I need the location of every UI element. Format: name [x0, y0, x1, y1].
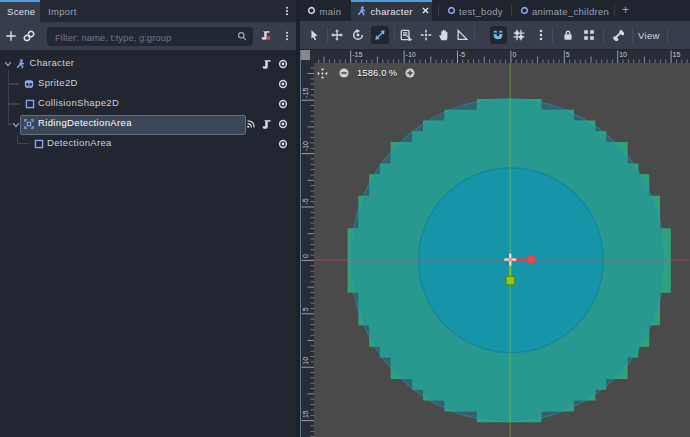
svg-text:15: 15: [672, 51, 680, 58]
svg-text:-5: -5: [459, 51, 465, 58]
svg-text:10: 10: [619, 51, 627, 58]
svg-text:-10: -10: [302, 141, 309, 151]
svg-text:-15: -15: [302, 87, 309, 97]
svg-text:0: 0: [512, 51, 516, 58]
svg-text:5: 5: [565, 51, 569, 58]
svg-text:10: 10: [302, 357, 309, 365]
svg-text:-10: -10: [405, 51, 415, 58]
svg-text:5: 5: [302, 307, 309, 311]
svg-text:0: 0: [302, 254, 309, 258]
svg-text:-15: -15: [352, 51, 362, 58]
svg-text:15: 15: [302, 410, 309, 418]
svg-text:-5: -5: [302, 198, 309, 204]
